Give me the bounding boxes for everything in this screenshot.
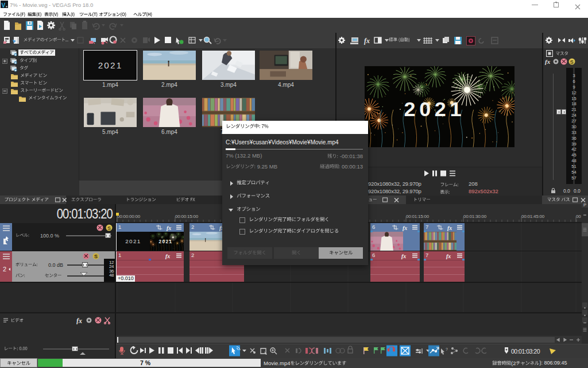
svg-text:fx: fx (403, 225, 407, 231)
svg-text:fx: fx (545, 58, 551, 65)
svg-text:S: S (570, 59, 574, 65)
svg-text:fx: fx (76, 317, 82, 324)
svg-text:2021: 2021 (98, 60, 123, 70)
svg-text:fx: fx (167, 225, 171, 231)
svg-text:2021: 2021 (159, 239, 173, 244)
svg-text:S: S (107, 225, 111, 231)
svg-text:fx: fx (447, 225, 452, 231)
svg-text:2: 2 (3, 266, 6, 273)
svg-text:S: S (94, 254, 98, 259)
svg-text:V: V (2, 2, 6, 9)
svg-text:2021: 2021 (404, 97, 466, 121)
svg-text:fx: fx (165, 253, 170, 259)
svg-text:fx: fx (446, 253, 451, 259)
svg-text:fx: fx (401, 253, 406, 259)
svg-text:?: ? (446, 347, 448, 351)
svg-text:fx: fx (364, 37, 370, 45)
svg-text:2021: 2021 (125, 238, 141, 244)
